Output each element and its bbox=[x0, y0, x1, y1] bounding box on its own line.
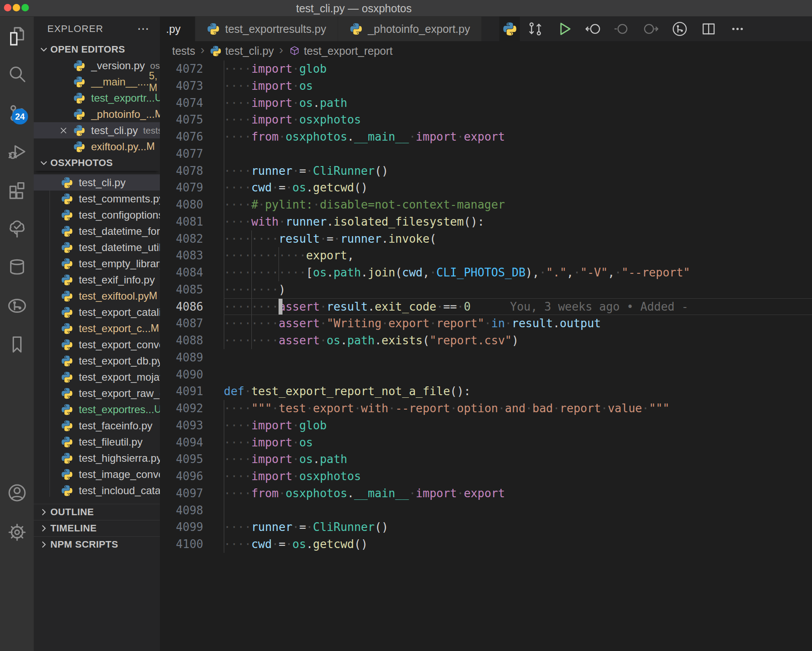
code-line[interactable]: 4086········assert·result.exit_code·==·0… bbox=[160, 298, 812, 315]
code-line-content[interactable]: ········assert·"Writing·export·report"·i… bbox=[224, 315, 812, 332]
code-line-content[interactable] bbox=[224, 349, 812, 366]
line-number[interactable]: 4086 bbox=[160, 298, 224, 315]
line-number[interactable]: 4094 bbox=[160, 434, 224, 451]
line-number[interactable]: 4084 bbox=[160, 264, 224, 281]
code-line-content[interactable]: ····import·osxphotos bbox=[224, 111, 812, 128]
line-number[interactable]: 4090 bbox=[160, 366, 224, 383]
code-line-content[interactable]: def·test_export_report_not_a_file(): bbox=[224, 383, 812, 400]
git-graph-button[interactable] bbox=[671, 20, 688, 38]
code-line[interactable]: 4092····"""·test·export·with·--report·op… bbox=[160, 400, 812, 417]
code-line[interactable]: 4098 bbox=[160, 502, 812, 519]
tree-item[interactable]: test_comments.py bbox=[34, 191, 160, 207]
pinned-tab[interactable] bbox=[499, 17, 520, 41]
tree-item[interactable]: test_export_c...M bbox=[34, 320, 160, 336]
line-number[interactable]: 4083 bbox=[160, 247, 224, 264]
activity-bar-item-search[interactable] bbox=[0, 55, 34, 94]
code-line[interactable]: 4075····import·osxphotos bbox=[160, 111, 812, 128]
line-number[interactable]: 4072 bbox=[160, 60, 224, 78]
code-line[interactable]: 4079····cwd·=·os.getcwd() bbox=[160, 179, 812, 196]
tree-item[interactable]: test_cli.py bbox=[34, 174, 160, 191]
sidebar-section-timeline[interactable]: TIMELINE bbox=[34, 520, 160, 536]
minimize-window-button[interactable] bbox=[13, 4, 20, 11]
line-number[interactable]: 4098 bbox=[160, 502, 224, 519]
code-line[interactable]: 4096····import·osxphotos bbox=[160, 468, 812, 485]
sidebar-section-outline[interactable]: OUTLINE bbox=[34, 504, 160, 520]
code-line-content[interactable]: ····import·os bbox=[224, 78, 812, 95]
line-number[interactable]: 4080 bbox=[160, 196, 224, 213]
open-editor-item[interactable]: _photoinfo_...M bbox=[34, 106, 160, 122]
activity-bar-item-bookmarks[interactable] bbox=[0, 325, 34, 364]
code-line-content[interactable]: ····with·runner.isolated_filesystem(): bbox=[224, 213, 812, 230]
code-line-content[interactable] bbox=[224, 145, 812, 163]
line-number[interactable]: 4075 bbox=[160, 111, 224, 128]
open-editors-header[interactable]: OPEN EDITORS bbox=[34, 41, 160, 57]
line-number[interactable]: 4077 bbox=[160, 145, 224, 163]
tree-item[interactable]: test_export_catalin... bbox=[34, 304, 160, 320]
run-python-file-button[interactable] bbox=[555, 20, 573, 38]
breadcrumb-item-test_cli.py[interactable]: test_cli.py bbox=[210, 45, 274, 57]
code-line[interactable]: 4074····import·os.path bbox=[160, 95, 812, 112]
code-line-content[interactable]: ····from·osxphotos.__main__·import·expor… bbox=[224, 485, 812, 502]
code-line-content[interactable]: ····from·osxphotos.__main__·import·expor… bbox=[224, 128, 812, 145]
activity-bar-item-run-and-debug[interactable] bbox=[0, 132, 34, 171]
line-number[interactable]: 4081 bbox=[160, 213, 224, 230]
tab-test_exportresults.py[interactable]: test_exportresults.py bbox=[195, 17, 338, 41]
code-line-content[interactable]: ············export, bbox=[224, 247, 812, 264]
code-line-content[interactable]: ····import·os.path bbox=[224, 451, 812, 468]
more-actions-button[interactable] bbox=[729, 20, 746, 38]
project-section-header[interactable]: OSXPHOTOS bbox=[34, 155, 160, 171]
activity-bar-item-account[interactable] bbox=[0, 483, 34, 502]
tab-.py[interactable]: .py bbox=[160, 17, 195, 41]
code-line-content[interactable] bbox=[224, 502, 812, 519]
tree-item[interactable]: test_image_convert... bbox=[34, 466, 160, 482]
code-line-content[interactable]: ····runner·=·CliRunner() bbox=[224, 163, 812, 180]
line-number[interactable]: 4093 bbox=[160, 417, 224, 434]
line-number[interactable]: 4073 bbox=[160, 78, 224, 95]
code-line[interactable]: 4078····runner·=·CliRunner() bbox=[160, 163, 812, 180]
code-line[interactable]: 4072····import·glob bbox=[160, 60, 812, 78]
line-number[interactable]: 4095 bbox=[160, 451, 224, 468]
line-number[interactable]: 4088 bbox=[160, 332, 224, 349]
code-line[interactable]: 4087········assert·"Writing·export·repor… bbox=[160, 315, 812, 332]
code-line-content[interactable]: ········assert·result.exit_code·==·0You,… bbox=[224, 298, 812, 315]
run-below-button[interactable] bbox=[642, 20, 660, 38]
line-number[interactable]: 4076 bbox=[160, 128, 224, 145]
code-line-content[interactable]: ········result·=·runner.invoke( bbox=[224, 230, 812, 248]
code-line[interactable]: 4081····with·runner.isolated_filesystem(… bbox=[160, 213, 812, 230]
code-line[interactable]: 4083············export, bbox=[160, 247, 812, 264]
code-line-content[interactable]: ········assert·os.path.exists("report.cs… bbox=[224, 332, 812, 349]
run-above-button[interactable] bbox=[584, 20, 602, 38]
open-editor-item[interactable]: _version.pyosxp... bbox=[34, 57, 160, 74]
code-line[interactable]: 4091def·test_export_report_not_a_file(): bbox=[160, 383, 812, 400]
code-line[interactable]: 4085········) bbox=[160, 281, 812, 298]
tree-item[interactable]: test_exif_info.py bbox=[34, 272, 160, 288]
tree-item[interactable]: test_datetime_form... bbox=[34, 223, 160, 239]
code-line-content[interactable]: ····cwd·=·os.getcwd() bbox=[224, 536, 812, 553]
activity-bar-item-explorer[interactable] bbox=[0, 17, 34, 55]
line-number[interactable]: 4097 bbox=[160, 485, 224, 502]
tree-item[interactable]: test_empty_library_... bbox=[34, 255, 160, 272]
tree-item[interactable]: test_configoptions.... bbox=[34, 207, 160, 223]
line-number[interactable]: 4096 bbox=[160, 468, 224, 485]
code-line[interactable]: 4088········assert·os.path.exists("repor… bbox=[160, 332, 812, 349]
line-number[interactable]: 4087 bbox=[160, 315, 224, 332]
open-editor-item[interactable]: exiftool.py...M bbox=[34, 138, 160, 155]
code-line[interactable]: 4090 bbox=[160, 366, 812, 383]
code-line-content[interactable] bbox=[224, 366, 812, 383]
activity-bar-item-settings-gear[interactable] bbox=[0, 523, 34, 542]
open-editor-item[interactable]: test_exportr...U bbox=[34, 90, 160, 106]
code-line[interactable]: 4093····import·glob bbox=[160, 417, 812, 434]
code-line[interactable]: 4095····import·os.path bbox=[160, 451, 812, 468]
code-line-content[interactable]: ····import·glob bbox=[224, 60, 812, 78]
code-line[interactable]: 4099····runner·=·CliRunner() bbox=[160, 519, 812, 536]
line-number[interactable]: 4082 bbox=[160, 230, 224, 248]
code-line[interactable]: 4100····cwd·=·os.getcwd() bbox=[160, 536, 812, 553]
code-line[interactable]: 4076····from·osxphotos.__main__·import·e… bbox=[160, 128, 812, 145]
line-number[interactable]: 4074 bbox=[160, 95, 224, 112]
code-line-content[interactable]: ····import·osxphotos bbox=[224, 468, 812, 485]
code-line[interactable]: 4080····#·pylint:·disable=not-context-ma… bbox=[160, 196, 812, 213]
line-number[interactable]: 4099 bbox=[160, 519, 224, 536]
tree-item[interactable]: test_faceinfo.py bbox=[34, 417, 160, 434]
line-number[interactable]: 4079 bbox=[160, 179, 224, 196]
open-editor-item[interactable]: __main__....5, M bbox=[34, 74, 160, 90]
